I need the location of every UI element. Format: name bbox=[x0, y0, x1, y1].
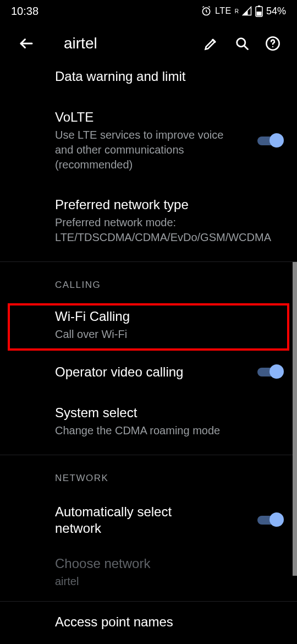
setting-preferred-network[interactable]: Preferred network type Preferred network… bbox=[0, 184, 297, 257]
signal-icon bbox=[242, 6, 252, 16]
setting-title: Automatically select network bbox=[55, 504, 209, 537]
volte-toggle[interactable] bbox=[257, 133, 284, 149]
network-lte-label: LTE bbox=[215, 6, 232, 16]
setting-subtitle: Use LTE services to improve voice and ot… bbox=[55, 128, 240, 172]
svg-point-6 bbox=[272, 46, 273, 47]
setting-operator-video[interactable]: Operator video calling bbox=[0, 352, 297, 392]
settings-list: Data warning and limit VoLTE Use LTE ser… bbox=[0, 65, 297, 644]
status-bar: 10:38 LTE R 54% bbox=[0, 0, 297, 22]
alarm-icon bbox=[201, 6, 212, 17]
setting-system-select[interactable]: System select Change the CDMA roaming mo… bbox=[0, 392, 297, 450]
setting-title: Data warning and limit bbox=[55, 68, 284, 85]
setting-title: Choose network bbox=[55, 555, 284, 572]
setting-subtitle: airtel bbox=[55, 574, 284, 589]
setting-title: Wi-Fi Calling bbox=[55, 308, 284, 325]
setting-choose-network: Choose network airtel bbox=[0, 549, 297, 597]
setting-subtitle: Change the CDMA roaming mode bbox=[55, 423, 284, 438]
setting-title: Access point names bbox=[55, 614, 284, 630]
page-title: airtel bbox=[64, 35, 196, 52]
scrollbar[interactable] bbox=[293, 262, 297, 576]
battery-icon bbox=[255, 5, 263, 17]
svg-rect-3 bbox=[256, 12, 261, 16]
status-time: 10:38 bbox=[11, 5, 38, 18]
battery-percent: 54% bbox=[266, 6, 286, 17]
setting-auto-select-network[interactable]: Automatically select network bbox=[0, 492, 297, 549]
setting-title: Preferred network type bbox=[55, 197, 284, 213]
svg-rect-2 bbox=[258, 6, 260, 7]
section-header-calling: CALLING bbox=[0, 262, 297, 298]
setting-wifi-calling[interactable]: Wi-Fi Calling Call over Wi-Fi bbox=[0, 298, 297, 352]
setting-volte[interactable]: VoLTE Use LTE services to improve voice … bbox=[0, 97, 297, 184]
setting-title: System select bbox=[55, 405, 284, 421]
back-button[interactable] bbox=[11, 28, 42, 59]
setting-subtitle: Preferred network mode: LTE/TDSCDMA/CDMA… bbox=[55, 215, 284, 245]
edit-button[interactable] bbox=[196, 28, 227, 59]
roaming-label: R bbox=[235, 8, 239, 14]
setting-title: VoLTE bbox=[55, 109, 240, 125]
section-header-network: NETWORK bbox=[0, 455, 297, 492]
status-right: LTE R 54% bbox=[201, 5, 286, 17]
app-bar: airtel bbox=[0, 22, 297, 65]
setting-title: Operator video calling bbox=[55, 364, 240, 380]
search-button[interactable] bbox=[227, 28, 257, 59]
setting-apn[interactable]: Access point names bbox=[0, 602, 297, 630]
auto-network-toggle[interactable] bbox=[257, 512, 284, 528]
setting-subtitle: Call over Wi-Fi bbox=[55, 327, 284, 342]
setting-data-warning[interactable]: Data warning and limit bbox=[0, 65, 297, 97]
help-button[interactable] bbox=[257, 28, 288, 59]
operator-video-toggle[interactable] bbox=[257, 364, 284, 380]
